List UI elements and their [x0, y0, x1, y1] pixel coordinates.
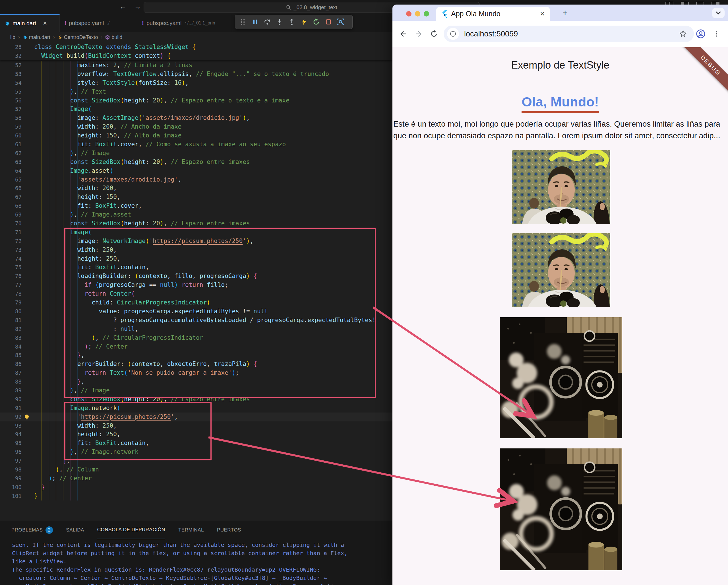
panel-tab-terminal[interactable]: TERMINAL	[178, 521, 204, 539]
headline: Ola, Mundo!	[392, 94, 728, 109]
breadcrumb-separator: ›	[53, 34, 55, 40]
lightbulb-icon[interactable]	[23, 414, 30, 422]
editor-tab-main.dart[interactable]: main.dart✕	[0, 14, 60, 32]
indent-guide	[63, 61, 63, 501]
code-text: class CentroDeTexto extends StatelessWid…	[22, 43, 196, 51]
yaml-warning-icon: !	[64, 20, 66, 26]
breadcrumb-label: build	[111, 34, 122, 41]
tab-label: main.dart	[12, 20, 36, 27]
editor-tab-pubspec.yaml[interactable]: !pubspec.yaml./	[60, 14, 137, 32]
window-minimize-button[interactable]	[415, 11, 420, 17]
code-text: fit: BoxFit.cover, // Como se axusta a i…	[22, 140, 286, 149]
line-number: 69	[0, 210, 22, 219]
code-text: ); // Center	[22, 474, 92, 483]
line-number: 88	[0, 377, 22, 386]
step-over-icon[interactable]	[262, 17, 272, 27]
tab-close-icon[interactable]: ✕	[540, 10, 545, 17]
panel-tab-label: SALIDA	[66, 527, 84, 533]
line-number: 78	[0, 289, 22, 298]
line-number: 97	[0, 456, 22, 465]
line-number: 32	[0, 51, 22, 60]
history-forward-icon[interactable]: →	[134, 3, 141, 10]
line-number: 64	[0, 167, 22, 175]
panel-tab-problemas[interactable]: PROBLEMAS2	[11, 521, 53, 539]
indent-guide	[49, 61, 49, 501]
tab-label: pubspec.yaml	[69, 20, 104, 26]
code-text: Image.asset(	[22, 167, 113, 175]
symbol-method-icon	[105, 35, 110, 40]
stop-icon[interactable]	[323, 17, 333, 27]
hot-reload-icon[interactable]	[299, 17, 309, 27]
line-number: 77	[0, 281, 22, 289]
tab-search-chevron[interactable]	[712, 8, 725, 18]
line-number: 83	[0, 333, 22, 342]
address-bar[interactable]: localhost:50059	[444, 26, 694, 42]
line-number: 79	[0, 298, 22, 307]
page-title: Exemplo de TextStyle	[392, 59, 728, 71]
breadcrumb-item-CentroDeTexto[interactable]: CentroDeTexto	[57, 34, 98, 41]
code-text: width: 200, // Ancho da imaxe	[22, 122, 181, 131]
code-text: style: TextStyle(fontSize: 16),	[22, 79, 189, 87]
step-into-icon[interactable]	[275, 17, 284, 27]
new-tab-button[interactable]: +	[559, 7, 571, 19]
code-text: ), // Image.asset	[22, 210, 131, 219]
line-number: 87	[0, 368, 22, 377]
line-number: 93	[0, 422, 22, 430]
line-number: 28	[0, 43, 22, 51]
line-number: 89	[0, 386, 22, 395]
line-number: 57	[0, 105, 22, 113]
bookmark-star-icon[interactable]	[677, 28, 689, 40]
code-text: }	[22, 492, 38, 501]
indent-guide	[56, 61, 56, 501]
panel-tab-label: TERMINAL	[178, 527, 204, 533]
window-zoom-button[interactable]	[424, 11, 429, 17]
breadcrumb-item-lib[interactable]: lib	[10, 34, 15, 41]
code-text: maxLines: 2, // Limita a 2 liñas	[22, 61, 192, 70]
line-number: 58	[0, 113, 22, 122]
indent-guide	[41, 61, 42, 501]
line-number: 55	[0, 87, 22, 96]
site-info-icon[interactable]	[447, 28, 459, 40]
restart-icon[interactable]	[311, 17, 321, 27]
panel-tab-consola-de-depuración[interactable]: CONSOLA DE DEPURACIÓN	[97, 521, 165, 539]
url-text: localhost:50059	[464, 30, 518, 39]
breadcrumb[interactable]: lib›main.dart›CentroDeTexto›build	[10, 32, 122, 43]
yaml-warning-icon: !	[142, 20, 144, 26]
line-number: 62	[0, 149, 22, 158]
code-text: Image(	[22, 105, 92, 113]
editor-tab-pubspec.yaml[interactable]: !pubspec.yaml~/.../_01.1_prin	[137, 14, 231, 32]
panel-tabbar: PROBLEMAS2SALIDACONSOLA DE DEPURACIÓNTER…	[11, 521, 241, 539]
chevron-down-icon	[716, 11, 721, 15]
browser-forward-icon[interactable]	[412, 28, 425, 40]
line-number: 71	[0, 228, 22, 237]
search-icon	[286, 5, 291, 10]
line-number: 80	[0, 307, 22, 316]
browser-menu-icon[interactable]	[710, 28, 723, 40]
annotation-box-image-network	[64, 402, 212, 460]
tab-label: pubspec.yaml	[147, 20, 181, 26]
profile-avatar-icon[interactable]	[695, 28, 707, 40]
inspect-widget-icon[interactable]	[336, 17, 345, 27]
code-text: const SizedBox(height: 20), // Espazo en…	[22, 96, 289, 105]
breadcrumb-item-build[interactable]: build	[105, 34, 122, 41]
history-back-icon[interactable]: ←	[120, 3, 126, 10]
tab-close-icon[interactable]: ✕	[43, 20, 47, 26]
pause-icon[interactable]	[250, 17, 260, 27]
browser-tab[interactable]: App Ola Mundo ✕	[436, 7, 550, 21]
step-out-icon[interactable]	[287, 17, 296, 27]
panel-tab-salida[interactable]: SALIDA	[66, 521, 84, 539]
line-number: 53	[0, 70, 22, 79]
panel-tab-puertos[interactable]: PUERTOS	[217, 521, 241, 539]
line-number: 52	[0, 61, 22, 70]
flutter-app-page: DEBUG Exemplo de TextStyle Ola, Mundo! E…	[392, 47, 728, 585]
drag-handle-icon	[238, 17, 248, 27]
code-text: ), // Column	[22, 465, 99, 474]
code-text: fit: BoxFit.cover,	[22, 201, 142, 210]
browser-back-icon[interactable]	[397, 28, 410, 40]
line-number: 74	[0, 254, 22, 263]
line-number: 91	[0, 404, 22, 412]
breadcrumb-item-main.dart[interactable]: main.dart	[23, 34, 50, 41]
window-close-button[interactable]	[406, 11, 412, 17]
breadcrumb-separator: ›	[18, 34, 20, 40]
browser-reload-icon[interactable]	[428, 28, 440, 40]
